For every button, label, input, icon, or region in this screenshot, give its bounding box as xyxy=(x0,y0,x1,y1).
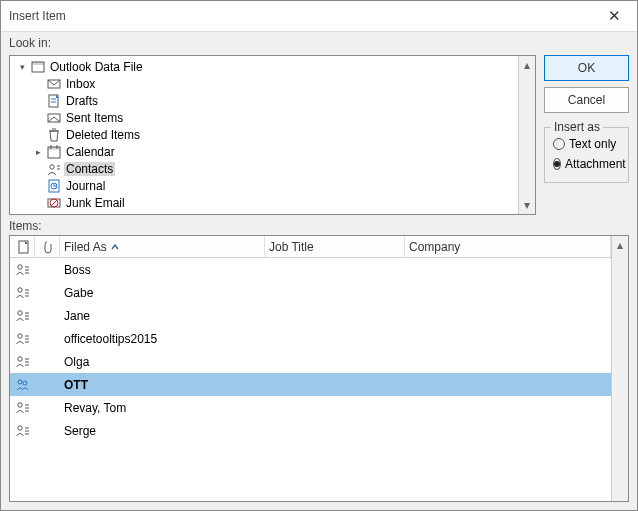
table-row[interactable]: officetooltips2015 xyxy=(10,327,611,350)
sort-asc-icon xyxy=(111,243,119,251)
chevron-right-icon[interactable]: ▸ xyxy=(32,147,44,157)
tree-item[interactable]: Journal xyxy=(10,177,518,194)
tree-item[interactable]: ▸Calendar xyxy=(10,143,518,160)
table-row[interactable]: Serge xyxy=(10,419,611,442)
cell-filed-as: Olga xyxy=(60,355,611,369)
svg-point-45 xyxy=(23,381,27,385)
table-row[interactable]: Boss xyxy=(10,258,611,281)
cell-filed-as: Boss xyxy=(60,263,611,277)
cell-filed-as: Jane xyxy=(60,309,611,323)
document-icon xyxy=(18,240,30,254)
tree-item[interactable]: ▾Outlook Data File xyxy=(10,58,518,75)
svg-rect-1 xyxy=(32,62,44,65)
tree-item-label: Journal xyxy=(64,179,107,193)
svg-point-40 xyxy=(17,356,21,360)
deleted-icon xyxy=(46,127,62,143)
tree-item[interactable]: Contacts xyxy=(10,160,518,177)
look-in-label: Look in: xyxy=(1,32,637,52)
contact-icon xyxy=(10,354,35,370)
radio-text-only[interactable]: Text only xyxy=(553,134,620,154)
table-row[interactable]: Olga xyxy=(10,350,611,373)
svg-point-13 xyxy=(50,164,54,168)
svg-point-44 xyxy=(18,380,22,384)
folder-tree[interactable]: ▾Outlook Data FileInboxDraftsSent ItemsD… xyxy=(9,55,536,215)
cancel-button[interactable]: Cancel xyxy=(544,87,629,113)
svg-point-32 xyxy=(17,310,21,314)
column-icon[interactable] xyxy=(10,236,35,257)
column-filed-as[interactable]: Filed As xyxy=(60,236,265,257)
radio-icon xyxy=(553,158,561,170)
contact-icon xyxy=(10,423,35,439)
grid-scrollbar[interactable]: ▴ xyxy=(611,236,628,501)
table-row[interactable]: OTT xyxy=(10,373,611,396)
tree-item-label: Deleted Items xyxy=(64,128,142,142)
items-label: Items: xyxy=(9,215,629,235)
contact-icon xyxy=(10,400,35,416)
contact-icon xyxy=(10,331,35,347)
cell-filed-as: Serge xyxy=(60,424,611,438)
contact-icon xyxy=(10,285,35,301)
grid-header: Filed As Job Title Company xyxy=(10,236,611,258)
sent-icon xyxy=(46,110,62,126)
svg-point-24 xyxy=(17,264,21,268)
tree-item-label: Calendar xyxy=(64,145,117,159)
svg-line-22 xyxy=(51,200,57,206)
contacts-icon xyxy=(46,161,62,177)
radio-label: Text only xyxy=(569,137,616,151)
column-job-title[interactable]: Job Title xyxy=(265,236,405,257)
svg-rect-10 xyxy=(48,147,60,150)
svg-point-50 xyxy=(17,425,21,429)
column-attachment[interactable] xyxy=(35,236,60,257)
table-row[interactable]: Jane xyxy=(10,304,611,327)
contact-icon xyxy=(10,262,35,278)
cell-filed-as: Gabe xyxy=(60,286,611,300)
scroll-up-icon[interactable]: ▴ xyxy=(524,58,530,72)
tree-item-label: Sent Items xyxy=(64,111,125,125)
radio-label: Attachment xyxy=(565,157,626,171)
window-title: Insert Item xyxy=(9,9,592,23)
tree-item-label: Inbox xyxy=(64,77,97,91)
tree-item[interactable]: Drafts xyxy=(10,92,518,109)
scroll-up-icon[interactable]: ▴ xyxy=(617,238,623,252)
contact-icon xyxy=(10,308,35,324)
tree-item[interactable]: Deleted Items xyxy=(10,126,518,143)
radio-attachment[interactable]: Attachment xyxy=(553,154,620,174)
tree-item[interactable]: Inbox xyxy=(10,75,518,92)
cell-filed-as: officetooltips2015 xyxy=(60,332,611,346)
insert-as-group: Insert as Text only Attachment xyxy=(544,127,629,183)
chevron-down-icon[interactable]: ▾ xyxy=(16,62,28,72)
drafts-icon xyxy=(46,93,62,109)
junk-icon xyxy=(46,195,62,211)
table-row[interactable]: Gabe xyxy=(10,281,611,304)
tree-item-label: Junk Email xyxy=(64,196,127,210)
titlebar: Insert Item ✕ xyxy=(1,1,637,32)
insert-item-dialog: Insert Item ✕ Look in: ▾Outlook Data Fil… xyxy=(0,0,638,511)
tree-item-label: Drafts xyxy=(64,94,100,108)
tree-item[interactable]: Junk Email xyxy=(10,194,518,211)
svg-point-46 xyxy=(17,402,21,406)
distlist-icon xyxy=(10,377,35,393)
table-row[interactable]: Revay, Tom xyxy=(10,396,611,419)
close-button[interactable]: ✕ xyxy=(592,1,637,31)
tree-scrollbar[interactable]: ▴ ▾ xyxy=(518,56,535,214)
paperclip-icon xyxy=(43,240,55,254)
cell-filed-as: Revay, Tom xyxy=(60,401,611,415)
items-grid[interactable]: Filed As Job Title Company BossGabeJaneo… xyxy=(9,235,629,502)
tree-item[interactable]: Sent Items xyxy=(10,109,518,126)
datafile-icon xyxy=(30,59,46,75)
svg-point-28 xyxy=(17,287,21,291)
calendar-icon xyxy=(46,144,62,160)
cell-filed-as: OTT xyxy=(60,378,611,392)
tree-item-label: Outlook Data File xyxy=(48,60,145,74)
journal-icon xyxy=(46,178,62,194)
inbox-icon xyxy=(46,76,62,92)
scroll-down-icon[interactable]: ▾ xyxy=(524,198,530,212)
tree-item-label: Contacts xyxy=(64,162,115,176)
column-company[interactable]: Company xyxy=(405,236,611,257)
radio-icon xyxy=(553,138,565,150)
svg-point-36 xyxy=(17,333,21,337)
insert-as-legend: Insert as xyxy=(551,120,603,134)
ok-button[interactable]: OK xyxy=(544,55,629,81)
